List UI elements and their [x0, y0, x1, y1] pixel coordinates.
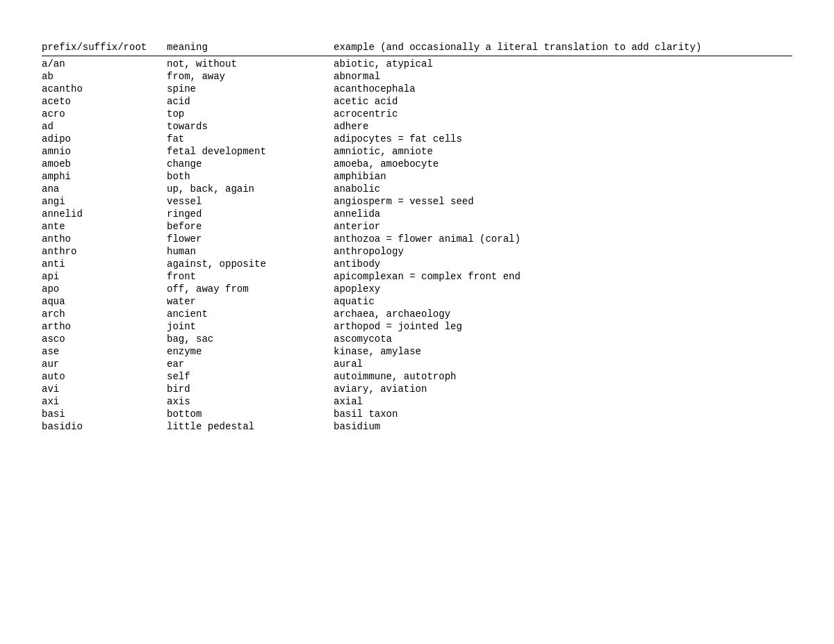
cell-prefix: adipo: [42, 133, 167, 145]
cell-example: apoplexy: [334, 283, 792, 295]
table-row: basibottombasil taxon: [42, 408, 792, 420]
cell-example: kinase, amylase: [334, 346, 792, 357]
cell-example: acanthocephala: [334, 83, 792, 94]
table-row: archancientarchaea, archaeology: [42, 308, 792, 320]
cell-meaning: against, opposite: [167, 258, 334, 270]
cell-meaning: up, back, again: [167, 183, 334, 195]
table-row: adtowardsadhere: [42, 120, 792, 133]
cell-prefix: aqua: [42, 296, 167, 307]
cell-example: angiosperm = vessel seed: [334, 196, 792, 207]
cell-meaning: acid: [167, 96, 334, 107]
table-row: axiaxisaxial: [42, 395, 792, 408]
cell-example: amphibian: [334, 171, 792, 182]
cell-prefix: a/an: [42, 58, 167, 69]
table-row: ascobag, sacascomycota: [42, 333, 792, 345]
table-row: avibirdaviary, aviation: [42, 383, 792, 395]
cell-meaning: axis: [167, 396, 334, 407]
table-row: acetoacidacetic acid: [42, 95, 792, 108]
cell-meaning: top: [167, 108, 334, 119]
cell-meaning: human: [167, 246, 334, 257]
table-row: antebeforeanterior: [42, 220, 792, 233]
cell-prefix: basi: [42, 408, 167, 420]
header-example: example (and occasionally a literal tran…: [334, 42, 792, 53]
cell-prefix: amoeb: [42, 158, 167, 170]
cell-meaning: vessel: [167, 196, 334, 207]
cell-example: aural: [334, 358, 792, 370]
cell-meaning: spine: [167, 83, 334, 94]
table-row: amoebchangeamoeba, amoebocyte: [42, 158, 792, 170]
table-row: aquawateraquatic: [42, 295, 792, 308]
cell-meaning: water: [167, 296, 334, 307]
cell-prefix: anti: [42, 258, 167, 270]
cell-example: basidium: [334, 421, 792, 432]
cell-meaning: ancient: [167, 308, 334, 320]
cell-example: amniotic, amniote: [334, 146, 792, 157]
cell-meaning: fetal development: [167, 146, 334, 157]
cell-prefix: arch: [42, 308, 167, 320]
header-meaning: meaning: [167, 42, 334, 53]
table-row: aseenzymekinase, amylase: [42, 345, 792, 358]
cell-meaning: little pedestal: [167, 421, 334, 432]
table-row: abfrom, awayabnormal: [42, 70, 792, 83]
cell-prefix: antho: [42, 233, 167, 245]
table-row: autoselfautoimmune, autotroph: [42, 370, 792, 383]
cell-meaning: ringed: [167, 208, 334, 220]
cell-meaning: self: [167, 371, 334, 382]
cell-example: arthopod = jointed leg: [334, 321, 792, 332]
cell-example: basil taxon: [334, 408, 792, 420]
cell-prefix: acantho: [42, 83, 167, 94]
cell-prefix: apo: [42, 283, 167, 295]
cell-example: archaea, archaeology: [334, 308, 792, 320]
cell-prefix: aceto: [42, 96, 167, 107]
cell-meaning: before: [167, 221, 334, 232]
table-row: acanthospineacanthocephala: [42, 83, 792, 95]
table-row: angivesselangiosperm = vessel seed: [42, 195, 792, 208]
cell-example: adhere: [334, 121, 792, 132]
cell-meaning: not, without: [167, 58, 334, 69]
cell-prefix: anthro: [42, 246, 167, 257]
cell-prefix: aur: [42, 358, 167, 370]
cell-meaning: fat: [167, 133, 334, 145]
table-row: apifrontapicomplexan = complex front end: [42, 270, 792, 283]
table-header: prefix/suffix/root meaning example (and …: [42, 42, 792, 56]
table-row: anaup, back, againanabolic: [42, 183, 792, 195]
cell-prefix: ab: [42, 71, 167, 82]
cell-example: anthozoa = flower animal (coral): [334, 233, 792, 245]
table-row: amphibothamphibian: [42, 170, 792, 183]
cell-example: acrocentric: [334, 108, 792, 119]
cell-prefix: api: [42, 271, 167, 282]
cell-prefix: artho: [42, 321, 167, 332]
cell-meaning: towards: [167, 121, 334, 132]
cell-prefix: annelid: [42, 208, 167, 220]
table-row: a/annot, withoutabiotic, atypical: [42, 58, 792, 70]
cell-meaning: joint: [167, 321, 334, 332]
cell-prefix: amnio: [42, 146, 167, 157]
table-body: a/annot, withoutabiotic, atypicalabfrom,…: [42, 58, 792, 433]
table-row: annelidringedannelida: [42, 208, 792, 220]
table-row: amniofetal developmentamniotic, amniote: [42, 145, 792, 158]
cell-meaning: bird: [167, 383, 334, 395]
cell-meaning: bottom: [167, 408, 334, 420]
cell-prefix: ana: [42, 183, 167, 195]
cell-meaning: from, away: [167, 71, 334, 82]
cell-example: anabolic: [334, 183, 792, 195]
cell-prefix: basidio: [42, 421, 167, 432]
cell-prefix: asco: [42, 333, 167, 345]
cell-example: abnormal: [334, 71, 792, 82]
cell-prefix: avi: [42, 383, 167, 395]
cell-example: antibody: [334, 258, 792, 270]
cell-meaning: off, away from: [167, 283, 334, 295]
cell-example: aviary, aviation: [334, 383, 792, 395]
table-row: aurearaural: [42, 358, 792, 370]
table-row: antiagainst, oppositeantibody: [42, 258, 792, 270]
cell-example: amoeba, amoebocyte: [334, 158, 792, 170]
biology-prefix-table: prefix/suffix/root meaning example (and …: [42, 42, 792, 433]
cell-example: anthropology: [334, 246, 792, 257]
cell-meaning: change: [167, 158, 334, 170]
table-row: anthrohumananthropology: [42, 245, 792, 258]
cell-prefix: auto: [42, 371, 167, 382]
cell-prefix: amphi: [42, 171, 167, 182]
cell-meaning: flower: [167, 233, 334, 245]
cell-meaning: both: [167, 171, 334, 182]
cell-example: annelida: [334, 208, 792, 220]
